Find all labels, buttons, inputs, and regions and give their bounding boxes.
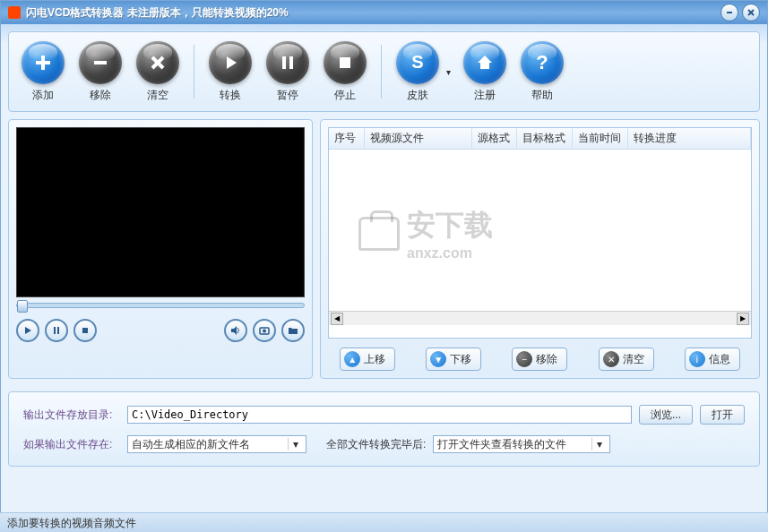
titlebar: 闪电VCD格式转换器 未注册版本，只能转换视频的20%: [1, 1, 767, 24]
info-icon: i: [689, 351, 705, 367]
app-icon: [8, 6, 21, 19]
svg-point-21: [263, 330, 266, 333]
col-srcfmt[interactable]: 源格式: [472, 128, 517, 149]
minus-icon: −: [516, 351, 532, 367]
play-icon: [209, 41, 252, 84]
pause-button[interactable]: 暂停: [263, 41, 313, 103]
output-panel: 输出文件存放目录: 浏览... 打开 如果输出文件存在: 自动生成相应的新文件名…: [8, 391, 760, 467]
browse-button[interactable]: 浏览...: [639, 405, 693, 425]
svg-marker-19: [231, 326, 237, 335]
help-button[interactable]: ? 帮助: [517, 41, 567, 103]
player-stop-button[interactable]: [73, 319, 97, 342]
svg-rect-18: [82, 328, 88, 333]
scroll-right-arrow[interactable]: ▶: [737, 313, 749, 325]
if-exists-value: 自动生成相应的新文件名: [132, 437, 250, 452]
move-down-label: 下移: [450, 352, 471, 367]
col-source[interactable]: 视频源文件: [365, 128, 472, 149]
list-clear-button[interactable]: ✕清空: [599, 348, 654, 371]
col-index[interactable]: 序号: [329, 128, 365, 149]
svg-marker-8: [227, 56, 237, 69]
separator: [381, 45, 382, 99]
svg-rect-11: [340, 57, 350, 68]
scroll-left-arrow[interactable]: ◀: [331, 313, 343, 325]
list-clear-label: 清空: [623, 352, 644, 367]
if-exists-select[interactable]: 自动生成相应的新文件名 ▾: [127, 435, 306, 453]
svg-rect-17: [57, 327, 59, 334]
svg-marker-15: [25, 327, 31, 334]
after-convert-select[interactable]: 打开文件夹查看转换的文件 ▾: [433, 435, 610, 453]
convert-button[interactable]: 转换: [205, 41, 255, 103]
snapshot-button[interactable]: [253, 319, 276, 342]
title-text: 闪电VCD格式转换器 未注册版本，只能转换视频的20%: [26, 5, 721, 21]
toolbar: 添加 移除 清空 转换 暂停 停止 S 皮肤 ▾ 注: [8, 31, 760, 112]
statusbar: 添加要转换的视频音频文件: [0, 512, 768, 532]
svg-rect-9: [282, 56, 286, 69]
file-list-panel: 序号 视频源文件 源格式 目标格式 当前时间 转换进度 ◀ ▶ ▲上移 ▼下移 …: [320, 119, 760, 379]
pause-icon: [266, 41, 309, 84]
arrow-down-icon: ▼: [430, 351, 446, 367]
remove-button[interactable]: 移除: [75, 41, 125, 103]
player-pause-button[interactable]: [45, 319, 68, 342]
clear-button[interactable]: 清空: [133, 41, 183, 103]
svg-rect-16: [54, 327, 56, 334]
separator: [194, 45, 194, 99]
arrow-up-icon: ▲: [344, 351, 360, 367]
chevron-down-icon: ▾: [288, 438, 302, 450]
add-button[interactable]: 添加: [18, 41, 68, 103]
pause-label: 暂停: [277, 88, 298, 103]
minimize-button[interactable]: [721, 4, 738, 21]
svg-text:S: S: [411, 52, 423, 72]
stop-button[interactable]: 停止: [320, 41, 370, 103]
skin-button[interactable]: S 皮肤: [393, 41, 443, 103]
convert-label: 转换: [220, 88, 241, 103]
list-remove-button[interactable]: −移除: [512, 348, 567, 371]
plus-icon: [22, 41, 65, 84]
skin-label: 皮肤: [407, 88, 428, 103]
move-down-button[interactable]: ▼下移: [426, 348, 481, 371]
svg-marker-13: [478, 56, 492, 69]
add-label: 添加: [32, 88, 54, 103]
svg-text:?: ?: [536, 52, 548, 73]
clear-label: 清空: [147, 88, 168, 103]
col-progress[interactable]: 转换进度: [628, 128, 751, 149]
skin-dropdown-arrow[interactable]: ▾: [446, 67, 451, 77]
horizontal-scrollbar[interactable]: ◀ ▶: [329, 311, 751, 325]
skin-icon: S: [396, 41, 439, 84]
stop-icon: [324, 41, 367, 84]
remove-label: 移除: [90, 88, 111, 103]
stop-label: 停止: [334, 88, 356, 103]
x-icon: ✕: [603, 351, 619, 367]
after-convert-label: 全部文件转换完毕后:: [326, 437, 426, 452]
col-time[interactable]: 当前时间: [573, 128, 628, 149]
register-button[interactable]: 注册: [460, 41, 510, 103]
help-label: 帮助: [531, 88, 553, 103]
volume-button[interactable]: [224, 319, 247, 342]
list-remove-label: 移除: [536, 352, 557, 367]
seek-thumb[interactable]: [17, 300, 28, 313]
close-button[interactable]: [742, 4, 760, 21]
output-dir-label: 输出文件存放目录:: [23, 408, 120, 423]
home-icon: [463, 41, 506, 84]
col-tgtfmt[interactable]: 目标格式: [517, 128, 573, 149]
if-exists-label: 如果输出文件存在:: [23, 437, 120, 452]
info-label: 信息: [709, 352, 730, 367]
question-icon: ?: [521, 41, 564, 84]
move-up-label: 上移: [364, 352, 385, 367]
open-button[interactable]: 打开: [700, 405, 745, 425]
info-button[interactable]: i信息: [685, 348, 740, 371]
file-table[interactable]: 序号 视频源文件 源格式 目标格式 当前时间 转换进度 ◀ ▶: [328, 127, 752, 339]
seek-slider[interactable]: [16, 303, 305, 308]
x-icon: [136, 41, 179, 84]
chevron-down-icon: ▾: [591, 438, 606, 450]
register-label: 注册: [474, 88, 496, 103]
preview-panel: [8, 119, 313, 379]
table-body: [329, 150, 751, 311]
minus-icon: [79, 41, 122, 84]
output-dir-input[interactable]: [127, 406, 632, 424]
player-play-button[interactable]: [16, 319, 39, 342]
open-folder-button[interactable]: [281, 319, 305, 342]
svg-rect-10: [289, 56, 293, 69]
video-preview: [16, 127, 305, 297]
after-convert-value: 打开文件夹查看转换的文件: [437, 437, 566, 452]
move-up-button[interactable]: ▲上移: [340, 348, 395, 371]
